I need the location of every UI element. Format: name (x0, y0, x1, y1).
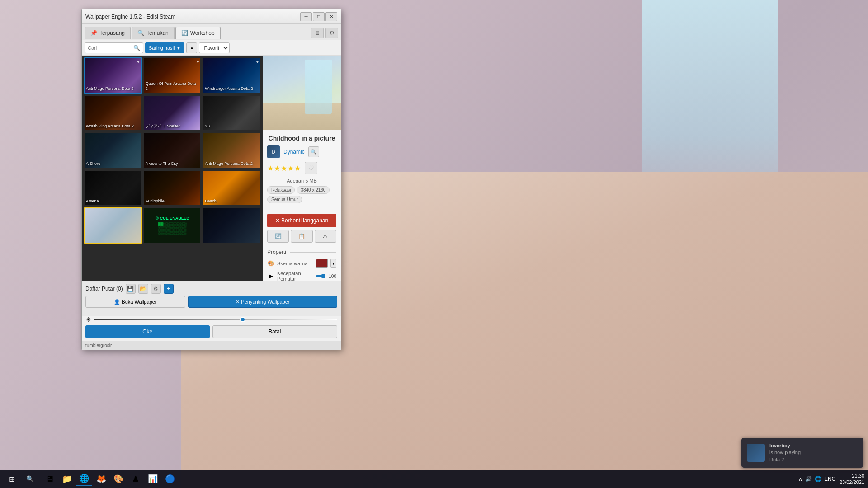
open-wallpaper-button[interactable]: 👤 Buka Wallpaper (85, 296, 185, 308)
taskbar-icon-firefox[interactable]: 🦊 (93, 472, 109, 486)
sys-chevron-icon[interactable]: ∧ (798, 476, 802, 482)
list-item[interactable]: Audiophile (143, 170, 202, 206)
playlist-settings-button[interactable]: ⚙ (151, 284, 161, 294)
taskbar-search-button[interactable]: 🔍 (22, 472, 38, 486)
sort-direction-button[interactable]: ▲ (186, 42, 197, 53)
list-item[interactable]: Beach (203, 170, 261, 206)
taskbar-icon-explorer[interactable]: 🖥 (42, 472, 58, 486)
ok-button[interactable]: Oke (85, 325, 210, 338)
start-icon: ⊞ (9, 475, 15, 483)
search-input-wrap: 🔍 (85, 42, 143, 53)
bottom-section: Daftar Putar (0) 💾 📂 ⚙ + 👤 Buka Wallpape… (82, 281, 341, 316)
bottom-buttons: 👤 Buka Wallpaper ✕ Penyunting Wallpaper (85, 296, 337, 308)
maximize-button[interactable]: □ (313, 12, 325, 21)
warning-button[interactable]: ⚠ (315, 230, 336, 243)
cancel-button[interactable]: Batal (212, 325, 338, 338)
sort-select[interactable]: Favorit (199, 42, 230, 53)
properties-header: Properti (267, 249, 336, 255)
tab-bar: 📌 Terpasang 🔍 Temukan 🔄 Workshop 🖥 ⚙ (82, 24, 341, 40)
list-item[interactable]: ♥ Queen Of Pain Arcana Dota 2 (143, 57, 202, 94)
wallpaper-label: 2B (205, 124, 259, 129)
list-item[interactable]: A Shore (84, 132, 142, 169)
brightness-slider[interactable] (94, 319, 337, 320)
wallpaper-label: Wraith King Arcana Dota 2 (86, 124, 140, 129)
property-speed: ▶ Kecepatan Pemutar 100 (267, 271, 336, 281)
list-item[interactable]: A view to The City (143, 132, 202, 169)
tab-discover[interactable]: 🔍 Temukan (132, 27, 175, 39)
speaker-icon[interactable]: 🔊 (805, 476, 812, 482)
playlist-save-button[interactable]: 💾 (126, 284, 136, 294)
tab-installed-label: Terpasang (99, 30, 125, 36)
tab-workshop[interactable]: 🔄 Workshop (175, 27, 221, 39)
taskbar-icon-steam[interactable]: ♟ (127, 472, 144, 486)
taskbar-icon-browser1[interactable]: 🌐 (76, 472, 92, 486)
action-buttons: 🔄 📋 ⚠ (267, 230, 336, 243)
wallpaper-label: Queen Of Pain Arcana Dota 2 (146, 81, 199, 91)
notification-game: Dota 2 (769, 456, 801, 463)
copy-button[interactable]: 📋 (291, 230, 312, 243)
list-item[interactable] (84, 207, 142, 244)
main-content: ♥ Anti Mage Persona Dota 2 ♥ Queen Of Pa… (82, 56, 341, 281)
list-item[interactable]: ♥ Windranger Arcana Dota 2 (203, 57, 261, 94)
search-bar: 🔍 Saring hasil ▼ ▲ Favorit (82, 40, 341, 56)
status-bar: tumblergrosir (82, 341, 341, 350)
search-author-button[interactable]: 🔍 (308, 146, 319, 157)
network-icon[interactable]: 🌐 (815, 476, 821, 482)
tab-actions: 🖥 ⚙ (311, 28, 338, 38)
edit-wallpaper-button[interactable]: ✕ Penyunting Wallpaper (188, 296, 337, 308)
list-item[interactable]: 2B (203, 95, 261, 131)
window-title: Wallpaper Engine 1.5.2 - Edisi Steam (85, 14, 300, 20)
filter-button[interactable]: Saring hasil ▼ (145, 42, 184, 53)
tag-age: Semua Umur (267, 196, 302, 203)
list-item[interactable] (203, 207, 261, 244)
playlist-label: Daftar Putar (0) (85, 286, 123, 292)
wallpaper-label: Arsenal (86, 199, 140, 204)
right-panel: Childhood in a picture D Dynamic 🔍 ★★★★★… (263, 56, 341, 281)
date-display: 23/02/2021 (840, 479, 864, 485)
author-row: D Dynamic 🔍 (267, 145, 336, 158)
heart-badge: ♥ (137, 60, 139, 64)
taskbar-icon-photoshop[interactable]: 🎨 (110, 472, 127, 486)
color-dropdown[interactable]: ▼ (330, 259, 336, 268)
playlist-load-button[interactable]: 📂 (138, 284, 148, 294)
monitor-button[interactable]: 🖥 (311, 28, 324, 38)
app-window: Wallpaper Engine 1.5.2 - Edisi Steam ─ □… (81, 9, 341, 350)
time-display: 21:30 (840, 473, 864, 479)
list-item[interactable]: ⚙ CUE ENABLED ▓▓░░░░░░░░░░░░░░░░░░░░░░░░… (143, 207, 202, 244)
list-item[interactable]: Arsenal (84, 170, 142, 206)
confirm-buttons: Oke Batal (82, 325, 341, 341)
refresh-button[interactable]: 🔄 (267, 230, 289, 243)
brightness-row: ☀ (82, 316, 341, 325)
properties-divider (290, 252, 336, 253)
unsubscribe-button[interactable]: ✕ Berhenti langganan (267, 214, 336, 227)
author-avatar: D (267, 145, 280, 158)
wallpaper-label: ディアイ！ Shelter (146, 124, 199, 129)
list-item[interactable]: ♥ Anti Mage Persona Dota 2 (84, 57, 142, 94)
wallpaper-label: Anti Mage Persona Dota 2 (205, 161, 259, 166)
taskbar-clock[interactable]: 21:30 23/02/2021 (840, 473, 864, 486)
author-name[interactable]: Dynamic (283, 149, 305, 155)
playlist-add-button[interactable]: + (164, 284, 174, 294)
speed-slider[interactable] (316, 275, 323, 277)
taskbar-icon-excel[interactable]: 📊 (145, 472, 161, 486)
search-input[interactable] (88, 45, 132, 51)
list-item[interactable]: Anti Mage Persona Dota 2 (203, 132, 261, 169)
close-button[interactable]: ✕ (326, 12, 337, 21)
color-icon: 🎨 (267, 260, 274, 267)
wallpaper-label: A Shore (86, 161, 140, 166)
start-button[interactable]: ⊞ (4, 472, 20, 486)
rating-row: ★★★★★ ♡ (267, 162, 336, 174)
list-item[interactable]: ディアイ！ Shelter (143, 95, 202, 131)
list-item[interactable]: Wraith King Arcana Dota 2 (84, 95, 142, 131)
tab-discover-label: Temukan (146, 30, 169, 36)
taskbar-icon-files[interactable]: 📁 (59, 472, 75, 486)
taskbar-icon-app[interactable]: 🔵 (162, 472, 178, 486)
minimize-button[interactable]: ─ (300, 12, 312, 21)
settings-button[interactable]: ⚙ (326, 28, 338, 38)
favorite-button[interactable]: ♡ (305, 162, 317, 174)
color-scheme-label: Skema warna (277, 261, 313, 266)
tab-installed[interactable]: 📌 Terpasang (85, 27, 131, 39)
color-swatch[interactable] (316, 259, 328, 268)
tab-discover-icon: 🔍 (137, 30, 144, 36)
heart-badge: ♥ (197, 60, 199, 64)
